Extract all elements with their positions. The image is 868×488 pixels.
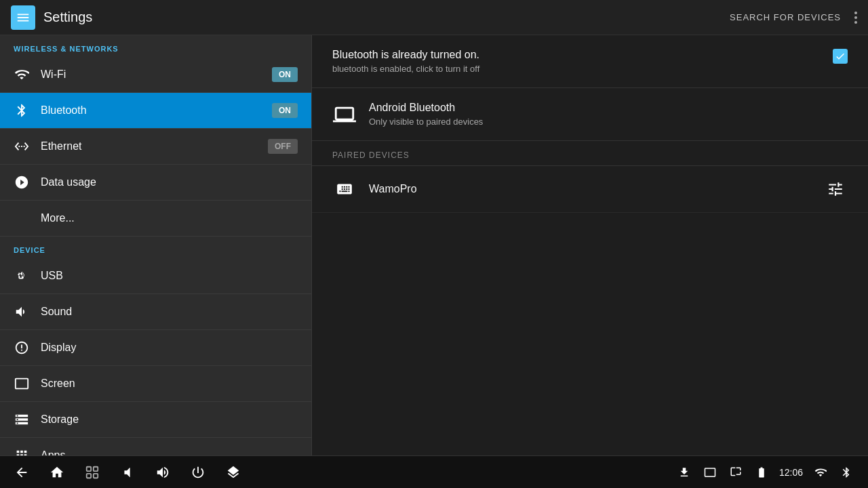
wifi-toggle-on: ON <box>272 67 298 82</box>
paired-devices-header: PAIRED DEVICES <box>312 141 868 166</box>
ethernet-label: Ethernet <box>41 140 257 152</box>
ethernet-toggle[interactable]: OFF <box>268 139 298 154</box>
wifi-toggle[interactable]: ON <box>272 67 298 82</box>
sidebar-item-ethernet[interactable]: Ethernet OFF <box>0 129 311 165</box>
usb-label: USB <box>41 270 298 282</box>
more-options-button[interactable] <box>854 12 857 24</box>
bt-status-title: Bluetooth is already turned on. <box>332 49 479 61</box>
sidebar: WIRELESS & NETWORKS Wi-Fi ON Bluetooth <box>0 35 312 455</box>
screen-mirror-icon <box>702 464 718 481</box>
sidebar-item-bluetooth[interactable]: Bluetooth ON <box>0 93 311 129</box>
sound-icon <box>14 304 30 320</box>
home-button[interactable] <box>49 464 65 481</box>
laptop-icon <box>332 102 357 127</box>
bt-status-text: Bluetooth is already turned on. bluetoot… <box>332 49 479 74</box>
topbar-left: Settings <box>11 5 92 30</box>
dot <box>854 21 857 24</box>
bottombar: 12:06 <box>0 455 868 488</box>
display-icon <box>14 340 30 356</box>
settings-icon <box>11 5 35 30</box>
wifi-icon <box>14 66 30 83</box>
screen-icon <box>14 375 30 392</box>
back-button[interactable] <box>14 464 30 481</box>
content-panel: Bluetooth is already turned on. bluetoot… <box>312 35 868 455</box>
ethernet-toggle-off: OFF <box>268 139 298 154</box>
power-button[interactable] <box>190 464 206 481</box>
wamopro-name: WamoPro <box>369 183 811 195</box>
apps-label: Apps <box>41 449 298 455</box>
bluetooth-label: Bluetooth <box>41 104 261 117</box>
device-settings-button[interactable] <box>823 177 848 201</box>
more-icon <box>14 210 30 226</box>
sidebar-item-usb[interactable]: USB <box>0 258 311 294</box>
dot <box>854 12 857 14</box>
ethernet-icon <box>14 138 30 155</box>
apps-icon <box>14 447 30 455</box>
storage-icon <box>14 411 30 428</box>
keyboard-icon <box>332 177 357 201</box>
clock: 12:06 <box>779 467 803 478</box>
recents-button[interactable] <box>84 464 100 481</box>
main-layout: WIRELESS & NETWORKS Wi-Fi ON Bluetooth <box>0 35 868 455</box>
bt-checkbox[interactable] <box>833 49 848 64</box>
wifi-status-icon <box>812 464 829 481</box>
layers-button[interactable] <box>225 464 241 481</box>
sidebar-item-display[interactable]: Display <box>0 330 311 366</box>
sidebar-item-apps[interactable]: Apps <box>0 438 311 455</box>
volume-down-button[interactable] <box>119 464 136 481</box>
sidebar-item-screen[interactable]: Screen <box>0 366 311 402</box>
wamopro-device-row[interactable]: WamoPro <box>312 166 868 213</box>
bluetooth-toggle[interactable]: ON <box>272 103 298 118</box>
bluetooth-icon <box>14 102 30 119</box>
wireless-section-label: WIRELESS & NETWORKS <box>0 35 311 57</box>
page-title: Settings <box>43 9 92 25</box>
android-bt-subtitle: Only visible to paired devices <box>369 117 848 127</box>
wifi-label: Wi-Fi <box>41 68 261 81</box>
datausage-label: Data usage <box>41 176 298 188</box>
svg-rect-2 <box>87 473 91 477</box>
topbar-right: SEARCH FOR DEVICES <box>730 12 857 24</box>
storage-label: Storage <box>41 413 298 426</box>
svg-rect-3 <box>94 473 98 477</box>
download-icon <box>676 464 692 481</box>
sidebar-item-storage[interactable]: Storage <box>0 402 311 438</box>
sidebar-item-more[interactable]: More... <box>0 201 311 237</box>
sound-label: Sound <box>41 306 298 318</box>
bottom-nav <box>14 464 241 481</box>
svg-rect-1 <box>94 466 98 470</box>
display-label: Display <box>41 342 298 354</box>
datausage-icon <box>14 174 30 190</box>
search-devices-button[interactable]: SEARCH FOR DEVICES <box>730 12 841 22</box>
bluetooth-status-icon <box>838 464 854 481</box>
bottom-status: 12:06 <box>676 464 854 481</box>
bluetooth-toggle-on: ON <box>272 103 298 118</box>
sidebar-item-sound[interactable]: Sound <box>0 294 311 330</box>
battery-icon <box>753 464 770 481</box>
screen-label: Screen <box>41 378 298 390</box>
bt-status-subtitle: bluetooth is enabled, click to turn it o… <box>332 64 479 74</box>
android-bt-device-row: Android Bluetooth Only visible to paired… <box>312 88 868 141</box>
dot <box>854 16 857 19</box>
svg-rect-0 <box>87 466 91 470</box>
bt-status-section[interactable]: Bluetooth is already turned on. bluetoot… <box>312 35 868 88</box>
sidebar-item-wifi[interactable]: Wi-Fi ON <box>0 57 311 93</box>
usb-icon <box>14 268 30 284</box>
topbar: Settings SEARCH FOR DEVICES <box>0 0 868 35</box>
android-bt-info: Android Bluetooth Only visible to paired… <box>369 102 848 127</box>
sidebar-item-datausage[interactable]: Data usage <box>0 165 311 201</box>
android-bt-name: Android Bluetooth <box>369 102 848 114</box>
screenshot-icon <box>728 464 744 481</box>
more-label: More... <box>41 212 298 224</box>
device-section-label: DEVICE <box>0 237 311 258</box>
volume-up-button[interactable] <box>155 464 171 481</box>
